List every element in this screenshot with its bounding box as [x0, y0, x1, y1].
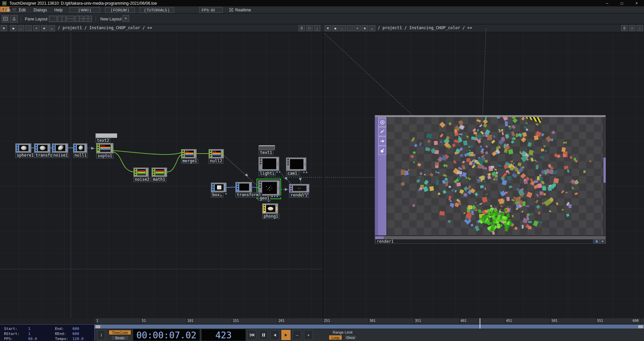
realtime-checkbox-icon[interactable] [229, 8, 233, 12]
right-pane-add-icon[interactable]: + [354, 25, 361, 31]
right-pane-bookmark-icon[interactable]: ★ [362, 25, 368, 31]
node-render1[interactable] [289, 184, 309, 192]
param-chip[interactable] [225, 193, 227, 195]
node-output-light1[interactable] [277, 162, 278, 166]
timeline-range-bar[interactable] [95, 324, 644, 329]
right-pane-forward-icon[interactable]: → [347, 25, 353, 31]
left-pane-collapse-icon[interactable]: ↓ [314, 25, 320, 31]
node-null1[interactable] [73, 144, 87, 153]
node-output-merge1[interactable] [195, 152, 196, 156]
right-pane-dropdown-icon[interactable]: ▼ [325, 25, 331, 31]
left-pane-stop-icon[interactable]: ■ [10, 25, 16, 31]
node-flags-light1[interactable] [259, 158, 262, 170]
param-chip[interactable] [304, 193, 306, 195]
link-button-1[interactable]: [ FORUM ] [105, 7, 135, 13]
left-pane-home-icon[interactable]: ⌂ [49, 25, 55, 31]
node-output-noise2[interactable] [147, 171, 148, 174]
playhead[interactable] [480, 318, 480, 329]
viewer-name-field[interactable]: render1 [375, 239, 593, 244]
node-output-noise1[interactable] [66, 147, 67, 150]
param-chip[interactable] [276, 171, 278, 173]
link-button-0[interactable]: [ WIKI ] [69, 7, 100, 13]
node-output-geo1[interactable] [278, 186, 279, 190]
left-pane-forward-icon[interactable]: → [25, 25, 32, 31]
viewer-expand-icon[interactable]: ✛ [600, 239, 605, 244]
param-chip[interactable] [220, 193, 222, 195]
layout-quad-button[interactable] [84, 16, 92, 22]
timeline-ruler[interactable]: 151101151201251301351401451501551600 [95, 318, 644, 324]
right-pane-stop-icon[interactable]: ■ [332, 25, 338, 31]
right-pane-collapse-icon[interactable]: ↓ [637, 25, 643, 31]
param-chip[interactable] [222, 193, 224, 195]
realtime-toggle[interactable]: Realtime [228, 6, 252, 13]
node-flags-box1[interactable] [212, 183, 214, 191]
param-chip[interactable] [274, 195, 276, 197]
arrow-right-icon[interactable] [378, 136, 386, 146]
node-output-phong1[interactable] [276, 207, 277, 210]
beats-mode-button[interactable]: Beats [111, 335, 129, 340]
node-flags-sphere1[interactable] [16, 144, 19, 152]
node-output-math1[interactable] [165, 171, 166, 174]
left-pane-dropdown-icon[interactable]: ▼ [1, 25, 7, 31]
range-start-handle[interactable] [95, 325, 101, 329]
frame-increment-button[interactable]: + [304, 330, 313, 340]
right-pane-zero-button[interactable]: 0 [621, 25, 628, 31]
loop-mode-button[interactable]: Loop [329, 335, 342, 340]
node-output-box1[interactable] [224, 186, 226, 189]
pane-divider[interactable] [322, 32, 324, 318]
viewer-node-dot-icon[interactable] [594, 239, 599, 244]
right-pane-float-button[interactable]: □ [629, 25, 635, 31]
right-pane-back-icon[interactable]: ← [339, 25, 346, 31]
node-math1[interactable] [152, 168, 167, 177]
camera-target-icon[interactable] [378, 118, 386, 127]
node-output-sopto1[interactable] [111, 147, 113, 150]
lightning-icon[interactable] [378, 127, 386, 136]
right-pane-home-icon[interactable]: ⌂ [369, 25, 375, 31]
menu-edit[interactable]: Edit [17, 6, 27, 13]
node-noise1[interactable] [52, 144, 68, 153]
node-output-null2[interactable] [222, 152, 223, 156]
left-pane-add-icon[interactable]: + [33, 25, 40, 31]
viewer-hscroll-thumb[interactable] [375, 236, 384, 239]
node-flags-sopto1[interactable] [97, 144, 100, 153]
node-flags-null2[interactable] [209, 150, 212, 158]
fps-display[interactable]: FPS: 60 [199, 7, 223, 13]
layout-split-horizontal-button[interactable] [66, 16, 74, 22]
left-pane-breadcrumb[interactable]: / project1 / Instancing_CHOP_color / >> [58, 25, 152, 30]
node-flags-cam1[interactable] [287, 158, 289, 170]
node-text2[interactable] [96, 133, 117, 138]
param-chip[interactable] [276, 195, 278, 197]
frame-decrement-button[interactable]: – [292, 330, 302, 340]
node-transform[interactable] [34, 144, 50, 153]
node-output-transform1[interactable] [250, 185, 251, 189]
node-flags-noise1[interactable] [53, 144, 55, 152]
once-mode-button[interactable]: Once [344, 335, 357, 340]
pane-maximize-icon[interactable] [2, 15, 9, 22]
skip-to-start-button[interactable] [247, 330, 256, 340]
node-sphere1[interactable] [15, 144, 31, 153]
node-flags-merge1[interactable] [182, 150, 184, 158]
node-flags-noise2[interactable] [134, 168, 137, 176]
render-output-canvas[interactable] [387, 117, 603, 235]
menu-file[interactable]: File [3, 6, 12, 13]
right-pane-breadcrumb[interactable]: / project1 / Instancing_CHOP_color / >> [378, 25, 472, 30]
param-chip[interactable] [302, 193, 304, 195]
viewer-vscroll-thumb[interactable] [603, 158, 606, 183]
layout-split-vertical-button[interactable] [58, 16, 66, 22]
node-flags-transform1[interactable] [236, 183, 239, 191]
node-flags-math1[interactable] [152, 168, 155, 176]
node-flags-transform[interactable] [35, 144, 38, 152]
node-output-transform[interactable] [48, 147, 50, 150]
node-merge1[interactable] [181, 149, 197, 158]
range-end-handle[interactable] [638, 325, 643, 329]
left-pane-back-icon[interactable]: ← [18, 25, 24, 31]
grenade-icon[interactable] [378, 146, 386, 155]
node-output-null1[interactable] [85, 147, 87, 150]
insert-marker-button[interactable]: I [97, 330, 105, 340]
play-forward-button[interactable] [281, 330, 290, 340]
menu-dialogs[interactable]: Dialogs [32, 6, 48, 13]
viewer-horizontal-scrollbar[interactable] [375, 236, 605, 239]
param-chip[interactable] [307, 193, 309, 195]
param-chip[interactable] [306, 171, 308, 173]
node-noise2[interactable] [133, 168, 149, 177]
